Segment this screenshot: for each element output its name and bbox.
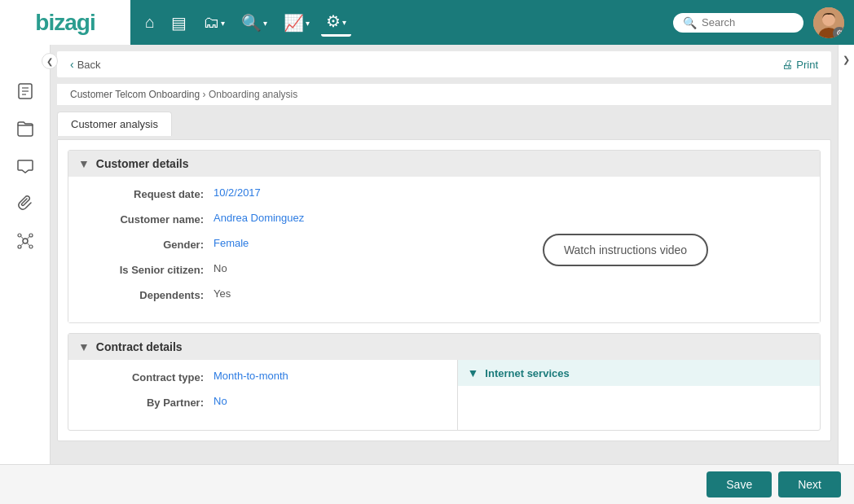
print-button[interactable]: 🖨 Print: [781, 58, 818, 71]
svg-point-11: [29, 245, 33, 248]
request-date-row: Request date: 10/2/2017: [81, 186, 444, 200]
internet-services-header[interactable]: ▼ Internet services: [458, 360, 821, 386]
breadcrumb-separator: ›: [203, 89, 209, 100]
contract-split: Contract type: Month-to-month By Partner…: [68, 360, 820, 430]
print-icon: 🖨: [781, 58, 793, 71]
search-input[interactable]: [702, 16, 791, 28]
customer-details-section: ▼ Customer details Request date: 10/2/20…: [68, 150, 821, 323]
gender-value: Female: [214, 237, 249, 249]
contract-type-label: Contract type:: [81, 370, 204, 383]
briefcase-nav-button[interactable]: 🗂 ▾: [198, 10, 230, 35]
senior-row: Is Senior citizen: No: [81, 262, 444, 276]
sidebar-item-chat[interactable]: [6, 149, 45, 183]
senior-value: No: [214, 262, 227, 274]
customer-details-header[interactable]: ▼ Customer details: [68, 151, 820, 177]
settings-nav-button[interactable]: ⚙ ▾: [321, 8, 351, 37]
sidebar-item-diagram[interactable]: [6, 224, 45, 258]
contract-type-value: Month-to-month: [214, 370, 288, 382]
print-label: Print: [796, 59, 818, 71]
customer-details-title: Customer details: [96, 157, 189, 170]
main-wrapper: ❮: [0, 45, 854, 464]
internet-services-title: Internet services: [485, 367, 569, 379]
svg-line-15: [27, 243, 29, 246]
contract-details-header[interactable]: ▼ Contract details: [68, 334, 820, 360]
contract-right-internet: ▼ Internet services: [457, 360, 821, 430]
customer-details-right: Watch instructions video: [444, 186, 807, 313]
search-nav-button[interactable]: 🔍 ▾: [236, 10, 272, 36]
chart-nav-button[interactable]: 📈 ▾: [279, 10, 315, 36]
contract-left-fields: Contract type: Month-to-month By Partner…: [68, 360, 457, 430]
contract-details-collapse-icon: ▼: [78, 340, 90, 353]
customer-details-cols: Request date: 10/2/2017 Customer name: A…: [81, 186, 807, 313]
tab-customer-analysis[interactable]: Customer analysis: [57, 112, 172, 136]
internet-services-collapse-icon: ▼: [468, 366, 479, 379]
breadcrumb: Customer Telcom Onboarding › Onboarding …: [57, 84, 831, 105]
breadcrumb-current: Onboarding analysis: [209, 89, 297, 100]
customer-details-body: Request date: 10/2/2017 Customer name: A…: [68, 177, 820, 322]
svg-line-13: [27, 237, 29, 240]
svg-line-12: [21, 237, 24, 240]
back-arrow-icon: ‹: [70, 58, 74, 71]
save-button[interactable]: Save: [707, 471, 772, 497]
sidebar-toggle[interactable]: ❮: [42, 53, 58, 69]
customer-name-value: Andrea Dominguez: [214, 212, 304, 224]
svg-line-14: [21, 243, 24, 246]
sidebar: ❮: [0, 45, 51, 464]
right-sidebar-toggle[interactable]: ❯: [838, 45, 854, 464]
customer-name-row: Customer name: Andrea Dominguez: [81, 212, 444, 226]
nav-icons: ⌂ ▤ 🗂 ▾ 🔍 ▾ 📈 ▾ ⚙ ▾: [140, 8, 673, 37]
customer-details-collapse-icon: ▼: [78, 157, 90, 170]
partner-label: By Partner:: [81, 395, 204, 409]
sidebar-item-folders[interactable]: [6, 112, 45, 146]
sidebar-item-documents[interactable]: [6, 74, 45, 108]
avatar-settings-icon: ⚙: [833, 27, 844, 38]
form-container: ▼ Customer details Request date: 10/2/20…: [57, 139, 831, 441]
customer-details-fields: Request date: 10/2/2017 Customer name: A…: [81, 186, 444, 313]
partner-value: No: [214, 395, 227, 407]
breadcrumb-link-1[interactable]: Customer Telcom Onboarding: [70, 89, 200, 100]
gender-row: Gender: Female: [81, 237, 444, 251]
dependents-label: Dependents:: [81, 287, 204, 301]
content-header: ‹ Back 🖨 Print: [57, 51, 831, 77]
right-sidebar-toggle-icon: ❯: [843, 55, 850, 65]
sidebar-item-attachments[interactable]: [6, 186, 45, 221]
content-area: ‹ Back 🖨 Print Customer Telcom Onboardin…: [51, 45, 838, 464]
customer-name-label: Customer name:: [81, 212, 204, 226]
search-box: 🔍: [673, 13, 803, 33]
home-nav-button[interactable]: ⌂: [140, 10, 160, 35]
contract-details-section: ▼ Contract details Contract type: Month-…: [68, 333, 821, 431]
back-label: Back: [77, 59, 101, 71]
contract-details-title: Contract details: [96, 340, 183, 353]
tab-bar: Customer analysis: [57, 112, 831, 136]
svg-point-10: [18, 245, 21, 248]
logo-area: bizagi: [0, 0, 130, 45]
dependents-value: Yes: [214, 287, 231, 300]
next-button[interactable]: Next: [778, 471, 841, 497]
topbar: bizagi ⌂ ▤ 🗂 ▾ 🔍 ▾ 📈 ▾ ⚙ ▾ 🔍 ⚙: [0, 0, 854, 45]
app-logo: bizagi: [35, 10, 95, 36]
request-date-value: 10/2/2017: [214, 186, 261, 199]
bottom-bar: Save Next: [0, 464, 854, 504]
back-button[interactable]: ‹ Back: [70, 58, 101, 71]
avatar[interactable]: ⚙: [813, 7, 844, 38]
svg-point-8: [18, 234, 21, 237]
watch-video-button[interactable]: Watch instructions video: [543, 234, 708, 266]
partner-row: By Partner: No: [81, 395, 444, 409]
svg-point-9: [29, 234, 33, 237]
request-date-label: Request date:: [81, 186, 204, 200]
inbox-nav-button[interactable]: ▤: [166, 10, 191, 36]
gender-label: Gender:: [81, 237, 204, 251]
senior-label: Is Senior citizen:: [81, 262, 204, 276]
dependents-row: Dependents: Yes: [81, 287, 444, 301]
contract-type-row: Contract type: Month-to-month: [81, 370, 444, 383]
search-icon: 🔍: [683, 16, 697, 29]
